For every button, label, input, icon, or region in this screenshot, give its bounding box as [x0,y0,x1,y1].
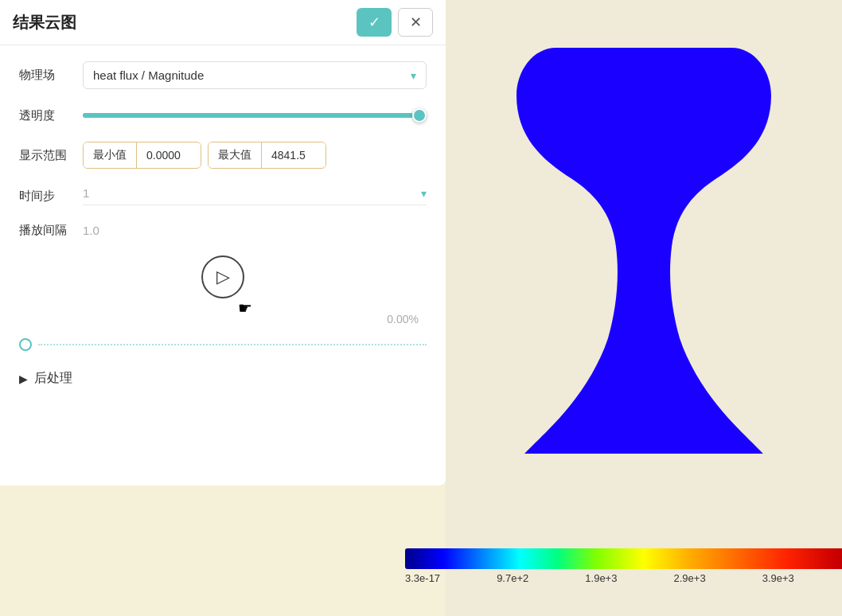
cancel-button[interactable]: ✕ [398,8,433,37]
legend-labels: 3.3e-17 9.7e+2 1.9e+3 2.9e+3 3.9e+3 4.8e… [405,572,842,584]
max-value[interactable]: 4841.5 [262,143,325,167]
header-buttons: ✓ ✕ [357,8,433,37]
legend-label-1: 9.7e+2 [497,572,528,584]
min-range-group: 最小值 0.0000 [83,142,201,169]
physics-control: heat flux / Magnitude ▾ [83,61,427,89]
physics-row: 物理场 heat flux / Magnitude ▾ [19,61,427,89]
panel-header: 结果云图 ✓ ✕ [0,0,446,45]
timestep-row: 时间步 1 ▾ [19,186,427,205]
timestep-label: 时间步 [19,189,83,204]
transparency-label: 透明度 [19,108,83,123]
max-label: 最大值 [209,142,262,168]
display-range-label: 显示范围 [19,148,83,163]
transparency-row: 透明度 [19,107,427,124]
cooling-tower-shape [509,40,779,457]
max-range-group: 最大值 4841.5 [208,142,326,169]
dropdown-arrow-icon: ▾ [411,69,416,82]
post-arrow-icon: ▶ [19,372,28,385]
timestep-value: 1 [83,186,89,200]
physics-value: heat flux / Magnitude [93,68,204,82]
legend-label-3: 2.9e+3 [673,572,705,584]
progress-dotted-line [38,344,427,345]
display-range-control: 最小值 0.0000 最大值 4841.5 [83,142,427,169]
legend-label-4: 3.9e+3 [762,572,794,584]
panel-title: 结果云图 [13,12,76,33]
left-panel: 结果云图 ✓ ✕ 物理场 heat flux / Magnitude ▾ 透明度 [0,0,446,485]
progress-circle [19,338,32,351]
legend-label-2: 1.9e+3 [585,572,617,584]
progress-text: 0.00% [19,313,427,326]
physics-dropdown[interactable]: heat flux / Magnitude ▾ [83,61,427,89]
progress-bar-row [19,338,427,351]
min-label: 最小值 [84,142,137,168]
physics-label: 物理场 [19,68,83,83]
play-area: ▷ ☛ 0.00% [19,255,427,326]
confirm-button[interactable]: ✓ [357,8,392,37]
post-processing-section[interactable]: ▶ 后处理 [19,367,427,390]
play-icon: ▷ [216,267,230,287]
slider-fill [83,113,413,118]
play-button[interactable]: ▷ [201,255,244,298]
transparency-control [83,107,427,124]
legend-bar [405,548,842,569]
timestep-arrow-icon[interactable]: ▾ [421,187,427,200]
color-legend: 3.3e-17 9.7e+2 1.9e+3 2.9e+3 3.9e+3 4.8e… [405,548,842,584]
timestep-control: 1 ▾ [83,186,427,205]
interval-input[interactable] [83,224,234,237]
view-area: 3.3e-17 9.7e+2 1.9e+3 2.9e+3 3.9e+3 4.8e… [446,0,842,616]
range-row: 最小值 0.0000 最大值 4841.5 [83,142,427,169]
min-value[interactable]: 0.0000 [137,143,201,167]
hand-cursor-icon: ☛ [238,298,252,318]
interval-label: 播放间隔 [19,223,83,238]
interval-control [83,224,427,238]
panel-content: 物理场 heat flux / Magnitude ▾ 透明度 显示范围 [0,45,446,406]
slider-thumb[interactable] [412,108,427,123]
slider-track[interactable] [83,113,427,118]
interval-row: 播放间隔 [19,223,427,238]
legend-label-0: 3.3e-17 [405,572,440,584]
timestep-select-row: 1 ▾ [83,186,427,205]
post-label: 后处理 [34,370,72,387]
display-range-row: 显示范围 最小值 0.0000 最大值 4841.5 [19,142,427,169]
